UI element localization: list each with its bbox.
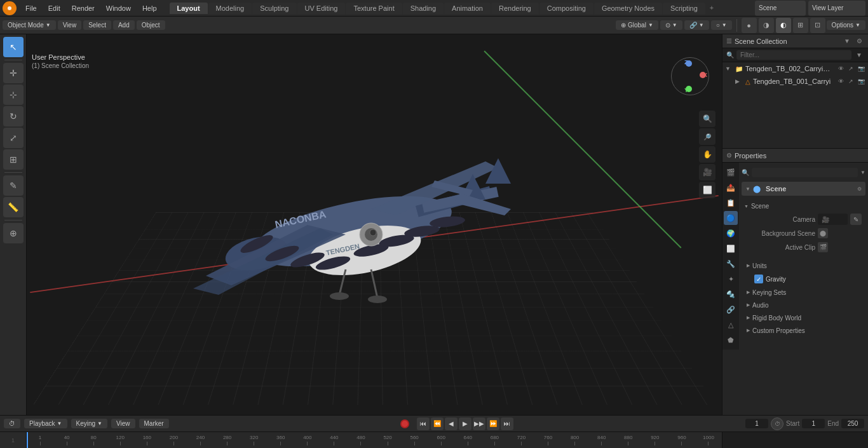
props-output-icon[interactable]: 📤 [724, 180, 738, 194]
tool-rotate[interactable]: ↻ [3, 106, 24, 126]
props-render-icon[interactable]: 🎬 [724, 165, 738, 179]
camera-value[interactable]: 🎥 [818, 214, 848, 225]
add-menu[interactable]: Add [113, 20, 135, 30]
tool-transform[interactable]: ⊞ [3, 149, 24, 170]
tab-animation[interactable]: Animation [444, 3, 491, 14]
menu-window[interactable]: Window [101, 3, 136, 13]
render-btn-0[interactable]: 📷 [857, 64, 865, 73]
background-scene-icon[interactable]: ⬤ [818, 228, 828, 238]
marker-btn[interactable]: Marker [139, 419, 169, 428]
jump-start-btn[interactable]: ⏮ [417, 417, 430, 430]
keying-btn[interactable]: Keying ▼ [71, 419, 108, 428]
view-btn[interactable]: View [111, 419, 135, 428]
tab-modeling[interactable]: Modeling [208, 3, 252, 14]
navigation-gizmo[interactable]: X Y Z [671, 57, 715, 102]
gizmo-x-dot[interactable] [700, 72, 706, 78]
proportional-edit[interactable]: ○▼ [711, 20, 732, 30]
props-particles-icon[interactable]: ✦ [724, 272, 738, 286]
playback-btn[interactable]: Playback ▼ [24, 419, 67, 428]
tab-shading[interactable]: Shading [403, 3, 444, 14]
outliner-item-0[interactable]: ▼ 📁 Tengden_TB_002_Carrying_B 👁 ↗ 📷 [722, 62, 868, 75]
tab-geometry-nodes[interactable]: Geometry Nodes [594, 3, 662, 14]
hide-select-btn-1[interactable]: ↗ [846, 77, 855, 86]
viewport-zoom-in[interactable]: 🔍 [699, 111, 715, 127]
timeline-mode-btn[interactable]: ⏱ [4, 419, 20, 428]
props-object-icon[interactable]: ⬜ [724, 241, 738, 255]
custom-props-header[interactable]: ▶ Custom Properties [744, 324, 863, 337]
outliner-item-1[interactable]: ▶ △ Tengden_TB_001_Carryi 👁 ↗ 📷 [722, 75, 868, 88]
prev-keyframe-btn[interactable]: ⏪ [431, 417, 444, 430]
viewport-render[interactable]: ⬜ [699, 182, 715, 198]
tab-texture-paint[interactable]: Texture Paint [346, 3, 402, 14]
props-material-icon[interactable]: ⬟ [724, 333, 738, 347]
gizmo-y-dot[interactable] [686, 86, 692, 92]
scene-selector[interactable]: Scene [755, 1, 806, 16]
end-frame-input[interactable] [841, 419, 864, 428]
viewport-shading-solid[interactable]: ● [742, 18, 757, 33]
props-world-icon[interactable]: 🌍 [724, 226, 738, 240]
tab-sculpting[interactable]: Sculpting [252, 3, 296, 14]
object-menu[interactable]: Object [137, 20, 165, 30]
menu-render[interactable]: Render [67, 3, 100, 13]
viewport-camera[interactable]: 🎥 [699, 164, 715, 180]
expand-arrow-1[interactable]: ▶ [735, 78, 743, 85]
tab-scripting[interactable]: Scripting [663, 3, 705, 14]
select-menu[interactable]: Select [83, 20, 111, 30]
step-forward-btn[interactable]: ▶▶ [473, 417, 485, 430]
menu-edit[interactable]: Edit [43, 3, 65, 13]
tool-annotate[interactable]: ✎ [3, 175, 24, 196]
audio-header[interactable]: ▶ Audio [744, 299, 863, 311]
transform-pivot[interactable]: ⊙▼ [660, 20, 682, 30]
record-button[interactable] [400, 419, 409, 428]
menu-help[interactable]: Help [137, 3, 162, 13]
jump-end-btn[interactable]: ⏭ [501, 417, 513, 430]
viewport-shading-material[interactable]: ◑ [759, 18, 774, 33]
transform-space[interactable]: ⊕ Global ▼ [616, 20, 658, 30]
props-filter-icon[interactable]: ▼ [860, 170, 865, 175]
hide-select-btn-0[interactable]: ↗ [846, 64, 855, 73]
props-modifier-icon[interactable]: 🔧 [724, 257, 738, 271]
tool-add[interactable]: ⊕ [3, 223, 24, 243]
gizmo-z-dot[interactable] [686, 60, 692, 67]
units-header[interactable]: ▶ Units [744, 259, 863, 272]
props-scene-icon[interactable]: 🔵 [724, 211, 738, 225]
filter-icon[interactable]: ▼ [854, 51, 864, 59]
render-btn-1[interactable]: 📷 [857, 77, 865, 86]
tool-cursor[interactable]: ✛ [3, 63, 24, 83]
next-keyframe-btn[interactable]: ⏩ [487, 417, 499, 430]
viewport-shading-rendered[interactable]: ◐ [776, 18, 791, 33]
outliner-filter-btn[interactable]: ▼ [842, 37, 852, 45]
visibility-btn-1[interactable]: 👁 [836, 77, 845, 86]
camera-picker-btn[interactable]: ✎ [850, 214, 862, 225]
outliner-options-btn[interactable]: ⚙ [855, 37, 864, 45]
props-physics-icon[interactable]: 🔩 [724, 287, 738, 301]
viewport-overlay[interactable]: ⊞ [793, 18, 808, 33]
props-search-input[interactable] [752, 168, 858, 177]
play-btn[interactable]: ▶ [459, 417, 471, 430]
ruler-track[interactable]: 1 40 80 120 160 200 240 280 320 360 400 … [27, 432, 722, 448]
viewport-zoom-out[interactable]: 🔎 [699, 128, 715, 145]
active-clip-icon[interactable]: 🎬 [818, 242, 828, 252]
tool-select[interactable]: ↖ [3, 37, 24, 57]
tab-rendering[interactable]: Rendering [491, 3, 539, 14]
tab-compositing[interactable]: Compositing [539, 3, 593, 14]
view-layer-selector[interactable]: View Layer [808, 1, 865, 16]
snap-toggle[interactable]: 🔗▼ [684, 20, 709, 30]
outliner-search-input[interactable] [736, 50, 851, 60]
mode-selector[interactable]: Object Mode ▼ [3, 20, 56, 30]
menu-file[interactable]: File [20, 3, 42, 13]
scene-subsection-header[interactable]: ▼ Scene [742, 200, 865, 212]
viewport-pan[interactable]: ✋ [699, 146, 715, 163]
current-frame-input[interactable] [745, 419, 768, 428]
scene-section-header[interactable]: ▼ ⬤ Scene ⚙ [742, 182, 865, 196]
expand-arrow-0[interactable]: ▼ [725, 65, 733, 72]
tab-uv-editing[interactable]: UV Editing [297, 3, 346, 14]
view-menu[interactable]: View [58, 20, 82, 30]
keying-sets-header[interactable]: ▶ Keying Sets [744, 286, 863, 299]
tool-scale[interactable]: ⤢ [3, 128, 24, 148]
rigid-body-header[interactable]: ▶ Rigid Body World [744, 311, 863, 324]
viewport-xray[interactable]: ⊡ [810, 18, 825, 33]
tool-measure[interactable]: 📏 [3, 197, 24, 217]
playhead[interactable] [27, 432, 28, 448]
step-back-btn[interactable]: ◀ [445, 417, 458, 430]
